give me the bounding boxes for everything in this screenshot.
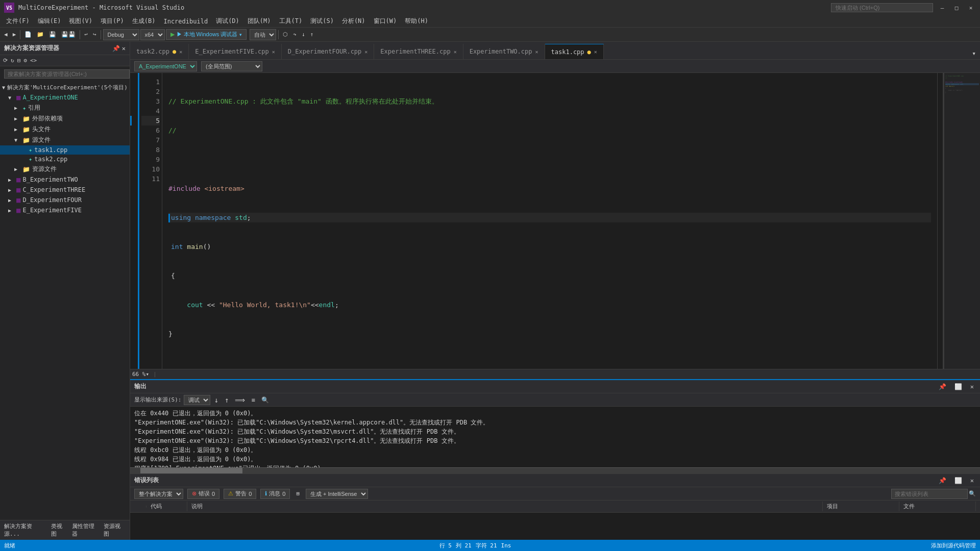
tree-project-a[interactable]: ▼ ■ A_ExperimentONE: [0, 92, 130, 103]
build-mode-select[interactable]: 生成 + IntelliSense: [306, 489, 368, 499]
col-code[interactable]: 代码: [146, 502, 187, 511]
tree-project-e[interactable]: ▶ ■ E_ExperimentFIVE: [0, 205, 130, 215]
tree-project-d[interactable]: ▶ ■ D_ExperimentFOUR: [0, 195, 130, 205]
minimize-button[interactable]: —: [937, 3, 947, 13]
tab-exp5[interactable]: E_ExperimentFIVE.cpp ✕: [189, 44, 282, 59]
tree-references[interactable]: ▶ ✦ 引用: [0, 103, 130, 113]
tree-headers[interactable]: ▶ 📁 头文件: [0, 124, 130, 135]
close-tab-exp2[interactable]: ✕: [535, 49, 538, 55]
tree-solution[interactable]: ▼ 解决方案'MultiCoreExperiment'(5个项目): [0, 83, 130, 92]
errorlist-close-btn[interactable]: ✕: [968, 476, 976, 485]
tb-step-out[interactable]: ↑: [308, 30, 316, 39]
errorlist-search-icon[interactable]: 🔍: [969, 490, 976, 497]
output-source-select[interactable]: 调试 生成: [184, 395, 210, 405]
tb-step-over[interactable]: ↷: [291, 30, 299, 39]
menu-test[interactable]: 测试(S): [306, 16, 338, 27]
menu-analyze[interactable]: 分析(N): [338, 16, 370, 27]
se-pin-btn[interactable]: 📌: [112, 45, 120, 52]
tab-exp3[interactable]: ExperimentTHREE.cpp ✕: [374, 44, 463, 59]
se-view-btn[interactable]: <>: [29, 56, 38, 65]
errorlist-float-btn[interactable]: ⬜: [952, 476, 964, 485]
se-sync-btn[interactable]: ⟳: [2, 56, 9, 65]
menu-view[interactable]: 视图(V): [65, 16, 96, 27]
se-tab-resourceview[interactable]: 资源视图: [104, 522, 126, 538]
tb-open[interactable]: 📁: [35, 30, 46, 39]
close-tab-exp4[interactable]: ✕: [364, 49, 368, 55]
menu-build[interactable]: 生成(B): [128, 16, 160, 27]
debug-config-select[interactable]: Debug Release: [103, 29, 139, 40]
tb-step-in[interactable]: ↓: [300, 30, 307, 39]
close-button[interactable]: ✕: [966, 3, 976, 13]
menu-window[interactable]: 窗口(W): [370, 16, 401, 27]
close-tab-task2[interactable]: ✕: [179, 49, 182, 55]
se-tab-propmanager[interactable]: 属性管理器: [72, 522, 100, 538]
message-filter-btn[interactable]: ℹ 消息 0: [260, 489, 290, 499]
menu-edit[interactable]: 编辑(E): [34, 16, 65, 27]
se-close-btn[interactable]: ✕: [122, 45, 126, 52]
output-content[interactable]: 位在 0x440 已退出，返回值为 0 (0x0)。 "ExperimentON…: [130, 407, 980, 467]
tree-task2-cpp[interactable]: ✦ task2.cpp: [0, 155, 130, 164]
menu-debug[interactable]: 调试(D): [212, 16, 243, 27]
tb-undo[interactable]: ↩: [82, 30, 90, 39]
col-file[interactable]: 文件: [899, 502, 976, 511]
error-filter-btn[interactable]: ⊗ 错误 0: [187, 489, 219, 499]
menu-incredibuild[interactable]: Incredibuild: [159, 17, 212, 26]
filter-icon[interactable]: ⊞: [294, 489, 302, 498]
tree-sources[interactable]: ▼ 📁 源文件: [0, 135, 130, 145]
tb-back[interactable]: ◀: [2, 30, 10, 39]
status-git[interactable]: 添加到源代码管理: [931, 542, 976, 549]
output-hscroll[interactable]: [130, 467, 980, 473]
close-tab-exp5[interactable]: ✕: [272, 49, 275, 55]
run-button[interactable]: ▶ ▶ 本地 Windows 调试器 ▾: [166, 29, 247, 40]
code-editor[interactable]: 1 2 3 4 5 6 7 8 9 10 11 // ExperimentONE…: [130, 73, 980, 369]
menu-project[interactable]: 项目(P): [96, 16, 128, 27]
output-toolbar-btn5[interactable]: 🔍: [259, 395, 271, 405]
quick-launch-input[interactable]: [831, 3, 933, 12]
tb-redo[interactable]: ↪: [91, 30, 99, 39]
tb-forward[interactable]: ▶: [11, 30, 18, 39]
col-desc[interactable]: 说明: [187, 502, 823, 511]
tree-external-deps[interactable]: ▶ 📁 外部依赖项: [0, 113, 130, 124]
output-close-btn[interactable]: ✕: [968, 382, 976, 391]
errorlist-search[interactable]: [891, 489, 968, 499]
tree-project-b[interactable]: ▶ ■ B_ExperimentTWO: [0, 174, 130, 185]
output-toolbar-btn1[interactable]: ↓: [212, 395, 220, 405]
run-mode-select[interactable]: 自动: [250, 29, 276, 40]
editor-file-select[interactable]: A_ExperimentONE: [134, 61, 197, 71]
menu-file[interactable]: 文件(F): [2, 16, 34, 27]
se-tab-solution[interactable]: 解决方案资源...: [4, 522, 47, 538]
tree-project-c[interactable]: ▶ ■ C_ExperimentTHREE: [0, 185, 130, 195]
tab-task2[interactable]: task2.cpp ● ✕: [130, 44, 189, 59]
menu-help[interactable]: 帮助(H): [401, 16, 432, 27]
tab-overflow[interactable]: ▾: [968, 47, 980, 59]
se-filter-btn[interactable]: ⊟: [16, 56, 22, 65]
col-project[interactable]: 项目: [823, 502, 899, 511]
close-tab-exp3[interactable]: ✕: [454, 49, 457, 55]
tree-task1-cpp[interactable]: ✦ task1.cpp: [0, 145, 130, 155]
tree-resources[interactable]: ▶ 📁 资源文件: [0, 164, 130, 174]
code-content[interactable]: // ExperimentONE.cpp : 此文件包含 "main" 函数。程…: [162, 73, 937, 369]
se-refresh-btn[interactable]: ↻: [10, 56, 15, 65]
zoom-dropdown[interactable]: ▾: [146, 371, 150, 378]
se-props-btn[interactable]: ⚙: [22, 56, 28, 65]
tb-save-all[interactable]: 💾💾: [59, 30, 78, 39]
tb-breakpoint[interactable]: ⬡: [281, 30, 290, 39]
warning-filter-btn[interactable]: ⚠ 警告 0: [224, 489, 256, 499]
tb-save[interactable]: 💾: [47, 30, 58, 39]
se-search-input[interactable]: [4, 69, 130, 79]
output-toolbar-btn3[interactable]: ⟹: [233, 395, 247, 405]
tab-task1[interactable]: task1.cpp ● ✕: [545, 44, 604, 59]
close-tab-task1[interactable]: ✕: [594, 49, 597, 55]
menu-tools[interactable]: 工具(T): [275, 16, 307, 27]
errorlist-pin-btn[interactable]: 📌: [937, 476, 948, 485]
col-icon[interactable]: [134, 506, 146, 508]
output-pin-btn[interactable]: 📌: [937, 382, 948, 391]
errorlist-scope-select[interactable]: 整个解决方案: [134, 489, 183, 499]
output-toolbar-btn4[interactable]: ≡: [249, 395, 257, 405]
menu-team[interactable]: 团队(M): [243, 16, 275, 27]
output-toolbar-btn2[interactable]: ↑: [223, 395, 231, 405]
editor-scope-select[interactable]: (全局范围): [201, 61, 262, 71]
zoom-level[interactable]: 66 %: [132, 371, 146, 378]
se-tab-classview[interactable]: 类视图: [51, 522, 67, 538]
tab-exp4[interactable]: D_ExperimentFOUR.cpp ✕: [282, 44, 375, 59]
